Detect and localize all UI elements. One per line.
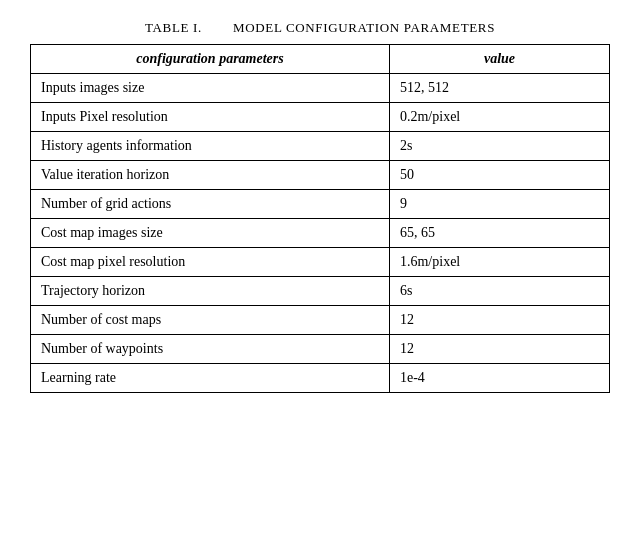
table-subtitle: MODEL CONFIGURATION PARAMETERS: [233, 20, 495, 35]
table-label: TABLE I.: [145, 20, 202, 35]
table-row: Inputs images size512, 512: [31, 74, 610, 103]
table-row: Value iteration horizon50: [31, 161, 610, 190]
cell-value: 12: [389, 335, 609, 364]
cell-param: Cost map pixel resolution: [31, 248, 390, 277]
table-row: Learning rate1e-4: [31, 364, 610, 393]
cell-param: Learning rate: [31, 364, 390, 393]
cell-value: 12: [389, 306, 609, 335]
cell-value: 65, 65: [389, 219, 609, 248]
cell-param: Value iteration horizon: [31, 161, 390, 190]
cell-value: 9: [389, 190, 609, 219]
page-container: TABLE I. MODEL CONFIGURATION PARAMETERS …: [30, 20, 610, 393]
cell-value: 1e-4: [389, 364, 609, 393]
cell-param: History agents information: [31, 132, 390, 161]
table-row: Cost map images size65, 65: [31, 219, 610, 248]
table-row: Number of grid actions9: [31, 190, 610, 219]
cell-param: Inputs images size: [31, 74, 390, 103]
header-param: configuration parameters: [31, 45, 390, 74]
header-value: value: [389, 45, 609, 74]
cell-value: 6s: [389, 277, 609, 306]
cell-param: Number of cost maps: [31, 306, 390, 335]
table-row: Trajectory horizon6s: [31, 277, 610, 306]
cell-param: Number of waypoints: [31, 335, 390, 364]
config-table: configuration parameters value Inputs im…: [30, 44, 610, 393]
table-row: Number of waypoints12: [31, 335, 610, 364]
table-row: History agents information2s: [31, 132, 610, 161]
cell-value: 1.6m/pixel: [389, 248, 609, 277]
cell-param: Trajectory horizon: [31, 277, 390, 306]
cell-value: 2s: [389, 132, 609, 161]
table-row: Cost map pixel resolution1.6m/pixel: [31, 248, 610, 277]
table-row: Inputs Pixel resolution0.2m/pixel: [31, 103, 610, 132]
table-header-row: configuration parameters value: [31, 45, 610, 74]
table-row: Number of cost maps12: [31, 306, 610, 335]
cell-param: Inputs Pixel resolution: [31, 103, 390, 132]
cell-value: 0.2m/pixel: [389, 103, 609, 132]
cell-value: 50: [389, 161, 609, 190]
table-title: TABLE I. MODEL CONFIGURATION PARAMETERS: [30, 20, 610, 36]
cell-param: Number of grid actions: [31, 190, 390, 219]
cell-param: Cost map images size: [31, 219, 390, 248]
cell-value: 512, 512: [389, 74, 609, 103]
